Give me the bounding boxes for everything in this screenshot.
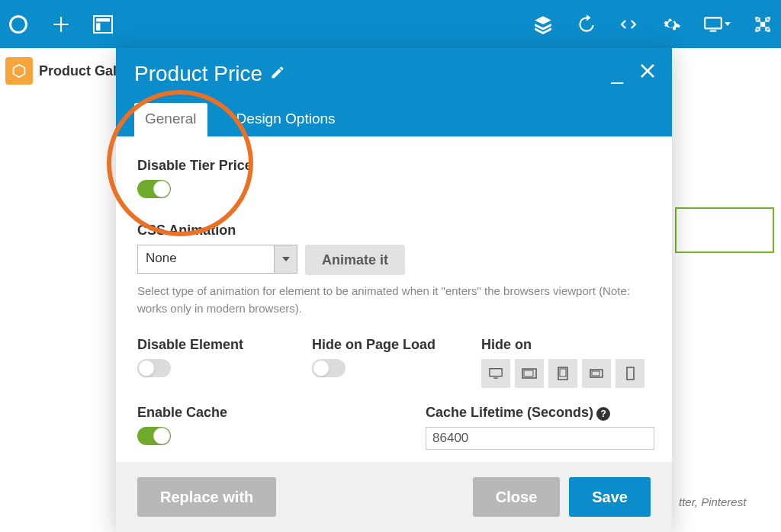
hide-on-label: Hide on xyxy=(481,337,644,353)
modal-title: Product Price xyxy=(134,62,262,86)
svg-rect-8 xyxy=(524,370,533,377)
modal-header: Product Price _ General Design Options xyxy=(116,48,672,136)
bg-widget-row: Product Gall xyxy=(5,57,121,85)
svg-rect-2 xyxy=(96,23,100,30)
replace-with-button[interactable]: Replace with xyxy=(137,477,276,517)
code-icon[interactable] xyxy=(618,14,639,35)
help-icon[interactable]: ? xyxy=(596,407,610,421)
layers-icon[interactable] xyxy=(532,14,554,35)
svg-rect-1 xyxy=(96,18,110,21)
hide-mobile-portrait-icon[interactable] xyxy=(615,359,644,388)
bg-footer-text: tter, Pinterest xyxy=(679,495,746,508)
device-preview-icon[interactable] xyxy=(703,14,731,35)
chevron-down-icon xyxy=(274,245,297,273)
hide-tablet-landscape-icon[interactable] xyxy=(515,359,544,388)
svg-rect-13 xyxy=(627,367,634,380)
cache-lifetime-label: Cache Lifetime (Seconds)? xyxy=(426,405,654,421)
svg-rect-3 xyxy=(705,18,722,28)
close-button[interactable]: Close xyxy=(473,477,560,517)
svg-point-0 xyxy=(11,16,27,32)
chevron-down-icon xyxy=(725,22,731,26)
minimize-icon[interactable]: _ xyxy=(611,69,623,76)
bg-widget-label: Product Gall xyxy=(39,63,121,79)
enable-cache-label: Enable Cache xyxy=(137,405,227,421)
hide-pageload-toggle[interactable] xyxy=(312,359,346,377)
tab-general[interactable]: General xyxy=(134,103,207,136)
topbar-left xyxy=(8,14,113,35)
tab-design-options[interactable]: Design Options xyxy=(226,103,346,136)
svg-rect-6 xyxy=(493,377,497,378)
svg-rect-5 xyxy=(490,369,502,377)
animate-it-button[interactable]: Animate it xyxy=(305,245,405,275)
add-icon[interactable] xyxy=(50,14,72,35)
modal-footer: Replace with Close Save xyxy=(116,462,672,532)
bg-status-box xyxy=(675,207,774,253)
svg-rect-12 xyxy=(592,371,599,376)
disable-element-toggle[interactable] xyxy=(137,359,171,377)
css-animation-select[interactable]: None xyxy=(137,245,297,274)
svg-rect-4 xyxy=(710,30,717,31)
cache-lifetime-input[interactable] xyxy=(426,427,654,450)
modal-body: Disable Tier Price CSS Animation None An… xyxy=(116,136,672,462)
hide-pageload-label: Hide on Page Load xyxy=(312,337,435,353)
svg-rect-10 xyxy=(560,369,566,377)
disable-tier-label: Disable Tier Price xyxy=(137,158,651,174)
history-icon[interactable] xyxy=(575,14,596,35)
css-animation-help: Select type of animation for element to … xyxy=(137,283,641,317)
hide-mobile-landscape-icon[interactable] xyxy=(582,359,611,388)
collapse-icon[interactable] xyxy=(752,14,773,35)
hide-tablet-portrait-icon[interactable] xyxy=(548,359,577,388)
css-animation-label: CSS Animation xyxy=(137,223,651,239)
hide-desktop-icon[interactable] xyxy=(481,359,510,388)
layout-icon[interactable] xyxy=(93,15,113,34)
css-animation-value: None xyxy=(138,245,274,273)
settings-modal: Product Price _ General Design Options D… xyxy=(116,48,672,532)
close-icon[interactable] xyxy=(638,62,657,83)
cube-icon[interactable] xyxy=(5,57,33,85)
gear-icon[interactable] xyxy=(660,14,682,35)
topbar-right xyxy=(532,14,773,35)
modal-tabs: General Design Options xyxy=(134,103,654,136)
save-button[interactable]: Save xyxy=(569,477,651,517)
enable-cache-toggle[interactable] xyxy=(137,427,171,445)
disable-tier-toggle[interactable] xyxy=(137,180,171,198)
topbar xyxy=(0,0,781,48)
disable-element-label: Disable Element xyxy=(137,337,243,353)
edit-title-icon[interactable] xyxy=(270,65,285,83)
logo-ring-icon[interactable] xyxy=(8,14,29,35)
